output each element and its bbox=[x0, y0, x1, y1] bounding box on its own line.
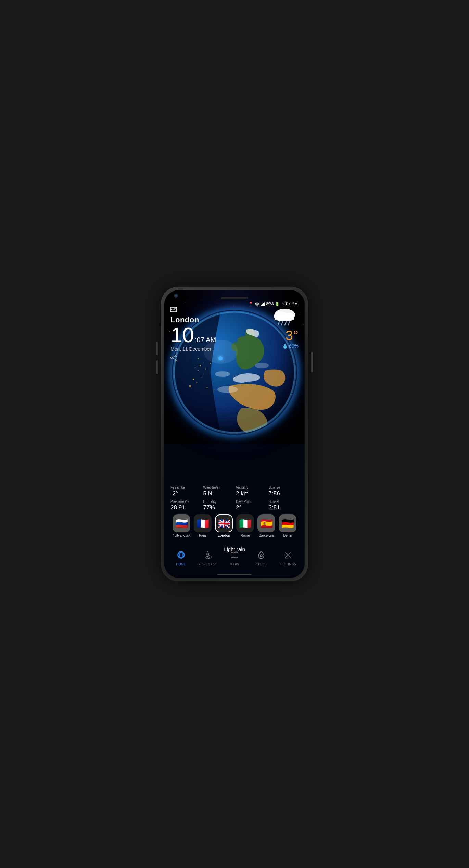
time-hour: 10 bbox=[170, 324, 194, 346]
nav-label-home: HOME bbox=[176, 562, 186, 566]
battery-percent: 89% bbox=[266, 302, 274, 306]
location-icon: 📍 bbox=[249, 302, 253, 306]
volume-up-button[interactable] bbox=[156, 342, 158, 355]
bottom-navigation: HOMEFORECASTMAPSCITIESSETTINGS bbox=[164, 551, 305, 566]
weather-detail-3: Sunrise 7:56 bbox=[269, 486, 299, 497]
city-label-rome: Rome bbox=[241, 534, 250, 537]
city-flag-rome: 🇮🇹 bbox=[236, 514, 254, 532]
status-bar: 📍 89% 🔋 2:07 PM bbox=[164, 300, 305, 308]
svg-point-1 bbox=[175, 308, 176, 309]
svg-point-22 bbox=[193, 379, 194, 380]
humidity-value: 60% bbox=[289, 343, 299, 349]
detail-label-7: Sunset bbox=[269, 500, 299, 504]
weather-detail-6: Dew Point 2° bbox=[236, 500, 266, 511]
svg-line-13 bbox=[285, 322, 286, 325]
svg-marker-49 bbox=[231, 552, 238, 558]
nav-icon-home bbox=[177, 551, 186, 561]
weather-humidity-row: 💧 60% bbox=[271, 343, 299, 349]
nav-item-maps[interactable]: MAPS bbox=[224, 551, 245, 566]
svg-point-4 bbox=[171, 357, 173, 359]
weather-detail-1: Wind (m/s) 5 N bbox=[203, 486, 233, 497]
svg-line-6 bbox=[172, 358, 176, 359]
city-item-barcelona[interactable]: 🇪🇸Barcelona bbox=[257, 514, 275, 537]
nav-icon-maps bbox=[230, 551, 239, 561]
city-item-berlin[interactable]: 🇩🇪Berlin bbox=[279, 514, 296, 537]
weather-detail-7: Sunset 3:51 bbox=[269, 500, 299, 511]
detail-value-4: 28.91 bbox=[170, 504, 201, 511]
speaker-grille bbox=[221, 297, 248, 299]
city-label-ulyanovsk: * Ulyanovsk bbox=[173, 534, 191, 537]
app-content: 📍 89% 🔋 2:07 PM bbox=[164, 290, 305, 578]
nav-item-forecast[interactable]: FORECAST bbox=[198, 551, 218, 566]
nav-item-home[interactable]: HOME bbox=[171, 551, 191, 566]
city-item-london[interactable]: 🇬🇧London bbox=[215, 514, 233, 537]
weather-detail-2: Visibility 2 km bbox=[236, 486, 266, 497]
svg-point-18 bbox=[205, 369, 206, 370]
svg-point-3 bbox=[176, 359, 177, 361]
nav-label-maps: MAPS bbox=[230, 562, 239, 566]
detail-value-2: 2 km bbox=[236, 490, 266, 497]
detail-label-3: Sunrise bbox=[269, 486, 299, 489]
svg-point-30 bbox=[195, 367, 195, 368]
weather-details-grid: Feels like -2° Wind (m/s) 5 N Visibility… bbox=[164, 486, 305, 511]
svg-point-20 bbox=[210, 363, 211, 364]
detail-label-1: Wind (m/s) bbox=[203, 486, 233, 489]
detail-value-0: -2° bbox=[170, 490, 201, 497]
power-button[interactable] bbox=[311, 352, 313, 372]
svg-line-5 bbox=[172, 356, 176, 357]
weather-temperature: 3° bbox=[286, 328, 299, 343]
detail-value-6: 2° bbox=[236, 504, 266, 511]
nav-label-cities: CITIES bbox=[256, 562, 267, 566]
svg-point-23 bbox=[197, 382, 198, 383]
svg-point-52 bbox=[260, 555, 262, 557]
city-flag-barcelona: 🇪🇸 bbox=[257, 514, 275, 532]
city-label-barcelona: Barcelona bbox=[259, 534, 274, 537]
city-item-rome[interactable]: 🇮🇹Rome bbox=[236, 514, 254, 537]
city-label-berlin: Berlin bbox=[283, 534, 292, 537]
phone-screen: 📍 89% 🔋 2:07 PM bbox=[164, 290, 305, 578]
nav-label-forecast: FORECAST bbox=[199, 562, 217, 566]
city-item-ulyanovsk[interactable]: 🇷🇺* Ulyanovsk bbox=[173, 514, 191, 537]
status-icons: 📍 89% 🔋 2:07 PM bbox=[249, 301, 298, 306]
svg-point-21 bbox=[203, 374, 204, 374]
svg-point-2 bbox=[176, 355, 177, 357]
weather-cloud-icon bbox=[271, 307, 299, 331]
svg-point-32 bbox=[233, 376, 250, 383]
svg-point-27 bbox=[214, 389, 214, 390]
city-flag-paris: 🇫🇷 bbox=[194, 514, 212, 532]
detail-label-2: Visibility bbox=[236, 486, 266, 489]
city-flag-berlin: 🇩🇪 bbox=[279, 514, 296, 532]
svg-line-11 bbox=[278, 322, 279, 325]
share-icon[interactable] bbox=[170, 355, 299, 362]
nav-item-settings[interactable]: SETTINGS bbox=[278, 551, 298, 566]
volume-down-button[interactable] bbox=[156, 360, 158, 374]
nav-item-cities[interactable]: CITIES bbox=[251, 551, 271, 566]
svg-rect-10 bbox=[275, 316, 294, 320]
weather-top-right: 3° 💧 60% bbox=[271, 307, 299, 349]
nav-icon-forecast bbox=[204, 551, 212, 561]
nav-label-settings: SETTINGS bbox=[279, 562, 296, 566]
svg-line-12 bbox=[281, 322, 283, 325]
signal-icon bbox=[261, 302, 265, 306]
city-label-paris: Paris bbox=[199, 534, 207, 537]
city-flag-ulyanovsk: 🇷🇺 bbox=[173, 514, 190, 532]
detail-value-1: 5 N bbox=[203, 490, 233, 497]
clock-display: 2:07 PM bbox=[282, 301, 298, 306]
city-flag-london: 🇬🇧 bbox=[215, 514, 233, 532]
nav-icon-cities bbox=[257, 551, 265, 561]
detail-value-7: 3:51 bbox=[269, 504, 299, 511]
city-item-paris[interactable]: 🇫🇷Paris bbox=[194, 514, 212, 537]
city-selector: 🇷🇺* Ulyanovsk🇫🇷Paris🇬🇧London🇮🇹Rome🇪🇸Barc… bbox=[164, 514, 305, 537]
weather-detail-0: Feels like -2° bbox=[170, 486, 201, 497]
svg-point-24 bbox=[202, 377, 202, 378]
weather-detail-4: Pressure (") 28.91 bbox=[170, 500, 201, 511]
svg-point-25 bbox=[189, 385, 191, 387]
battery-icon: 🔋 bbox=[275, 302, 280, 306]
wifi-icon bbox=[255, 302, 259, 306]
svg-line-14 bbox=[288, 322, 290, 325]
svg-point-35 bbox=[215, 371, 230, 377]
svg-point-19 bbox=[198, 370, 199, 371]
svg-point-42 bbox=[207, 553, 209, 555]
weather-detail-5: Humidity 77% bbox=[203, 500, 233, 511]
detail-label-5: Humidity bbox=[203, 500, 233, 504]
